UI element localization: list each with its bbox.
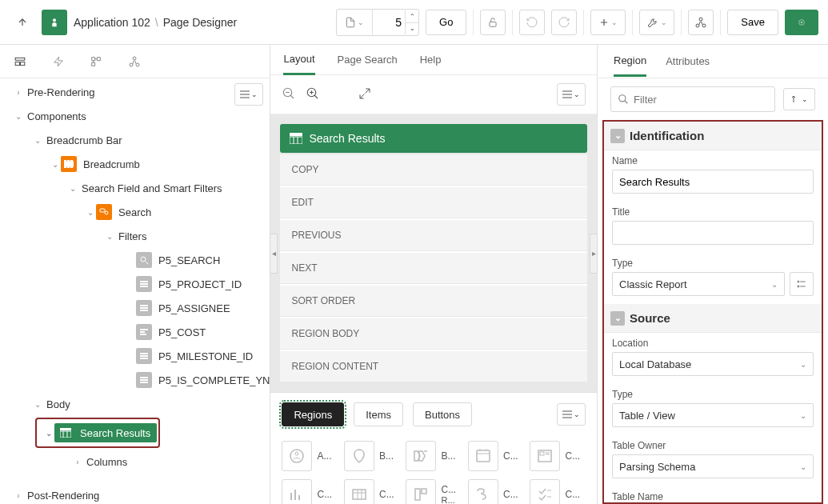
expand-icon[interactable]: [358, 87, 371, 102]
svg-point-19: [141, 257, 146, 262]
page-up-stepper[interactable]: ⌃: [406, 10, 418, 22]
help-tab[interactable]: Help: [420, 46, 442, 74]
svg-rect-74: [415, 489, 420, 500]
run-button[interactable]: [785, 10, 818, 35]
tree-p5-search[interactable]: P5_SEARCH: [0, 248, 270, 272]
gallery-item[interactable]: C...: [468, 479, 524, 504]
gallery-item[interactable]: A...: [282, 441, 338, 471]
region-header[interactable]: Search Results: [280, 124, 587, 153]
go-button[interactable]: Go: [426, 10, 466, 35]
right-tabs: Region Attributes: [598, 45, 828, 78]
save-button[interactable]: Save: [727, 10, 778, 35]
gallery-menu-button[interactable]: ⌄: [557, 403, 586, 426]
source-type-select[interactable]: Table / View⌄: [612, 403, 814, 427]
attributes-tab[interactable]: Attributes: [666, 47, 710, 75]
add-icon[interactable]: ⌄: [590, 10, 626, 35]
filter-input[interactable]: [634, 94, 768, 106]
page-search-tab[interactable]: Page Search: [338, 46, 398, 74]
source-section[interactable]: ⌄ Source: [604, 304, 822, 333]
collapse-icon: ⌄: [610, 311, 625, 326]
breadcrumb-app[interactable]: Application 102: [74, 16, 150, 29]
tree-body[interactable]: ⌄Body: [0, 392, 270, 416]
tree-filters[interactable]: ⌄Filters: [0, 224, 270, 248]
utilities-icon[interactable]: ⌄: [639, 10, 674, 35]
region-slot[interactable]: COPY: [280, 154, 587, 186]
page-number-group: ⌄ ⌃ ⌄: [336, 9, 419, 36]
type-options-button[interactable]: [790, 272, 814, 296]
splitter-left[interactable]: ◂: [270, 234, 278, 274]
tree-post-rendering[interactable]: ›Post-Rendering: [0, 483, 270, 504]
page-down-stepper[interactable]: ⌄: [406, 22, 418, 34]
zoom-in-icon[interactable]: [306, 86, 320, 103]
svg-point-2: [696, 24, 699, 27]
tree-search-field-smart[interactable]: ⌄Search Field and Smart Filters: [0, 176, 270, 200]
filter-menu-button[interactable]: ⌄: [783, 88, 815, 110]
gallery-tabs: Regions Items Buttons ⌄: [270, 392, 597, 436]
tree-p5-milestone-id[interactable]: P5_MILESTONE_ID: [0, 344, 270, 368]
shared-tab-icon[interactable]: [128, 55, 141, 68]
location-select[interactable]: Local Database⌄: [612, 352, 814, 376]
tree-search[interactable]: ⌄Search: [0, 200, 270, 224]
shared-components-icon[interactable]: [688, 10, 714, 35]
gallery-item[interactable]: C...R...: [406, 479, 462, 504]
gallery-item[interactable]: C...: [282, 479, 338, 504]
source-type-field: Type Table / View⌄: [604, 384, 822, 435]
svg-rect-30: [140, 353, 148, 354]
tree-breadcrumb[interactable]: ⌄Breadcrumb: [0, 152, 270, 176]
title-input[interactable]: [612, 221, 814, 245]
svg-line-41: [291, 95, 294, 98]
name-input[interactable]: [612, 170, 814, 194]
svg-point-57: [290, 450, 303, 462]
region-slot[interactable]: REGION CONTENT: [280, 351, 587, 382]
gallery-item[interactable]: C...: [530, 441, 586, 471]
tree-p5-assignee[interactable]: P5_ASSIGNEE: [0, 296, 270, 320]
tree-components[interactable]: ⌄Components: [0, 104, 270, 128]
undo-icon[interactable]: [519, 10, 545, 35]
gallery-items-tab[interactable]: Items: [354, 402, 403, 426]
tree-p5-cost[interactable]: P5_COST: [0, 320, 270, 344]
layout-menu-button[interactable]: ⌄: [557, 83, 586, 106]
tree-p5-project-id[interactable]: P5_PROJECT_ID: [0, 272, 270, 296]
svg-rect-9: [21, 62, 25, 65]
top-toolbar: Application 102 \ Page Designer ⌄ ⌃ ⌄ Go…: [0, 0, 828, 45]
svg-point-4: [699, 18, 702, 21]
gallery-regions-tab[interactable]: Regions: [282, 402, 344, 426]
splitter-right[interactable]: ▸: [590, 234, 598, 274]
gallery-item[interactable]: C...: [344, 479, 400, 504]
redo-icon[interactable]: [551, 10, 577, 35]
gallery-item[interactable]: C...: [530, 479, 586, 504]
gallery-grid: A...B...B...C...C...C...C...C...R...C...…: [270, 436, 597, 504]
processing-tab-icon[interactable]: [90, 55, 102, 68]
tree-search-results[interactable]: ⌄ Search Results: [38, 421, 157, 445]
property-editor: ⌄ Identification Name Title Type Classic…: [602, 120, 823, 504]
region-slot[interactable]: NEXT: [280, 253, 587, 284]
zoom-out-icon[interactable]: [282, 86, 296, 103]
region-slot[interactable]: EDIT: [280, 187, 587, 218]
property-filter-bar: ⌄: [598, 78, 828, 120]
identification-section[interactable]: ⌄ Identification: [604, 122, 822, 150]
up-arrow-icon[interactable]: [10, 10, 35, 35]
layout-tab[interactable]: Layout: [283, 45, 314, 75]
region-tab[interactable]: Region: [614, 46, 646, 77]
region-slot[interactable]: SORT ORDER: [280, 286, 587, 317]
lock-icon[interactable]: [480, 10, 506, 35]
tree-pre-rendering[interactable]: ›Pre-Rendering: [0, 80, 270, 104]
table-owner-select[interactable]: Parsing Schema⌄: [612, 454, 814, 478]
tree-columns[interactable]: ›Columns: [0, 450, 270, 474]
filter-input-wrapper: [610, 86, 775, 112]
page-file-icon[interactable]: ⌄: [337, 10, 373, 35]
gallery-item[interactable]: C...: [468, 441, 524, 471]
region-slot[interactable]: REGION BODY: [280, 318, 587, 350]
dynamic-actions-tab-icon[interactable]: [53, 55, 64, 68]
rendering-tab-icon[interactable]: [13, 56, 27, 67]
gallery-buttons-tab[interactable]: Buttons: [413, 402, 472, 426]
page-number-input[interactable]: [373, 11, 405, 34]
tree-p5-is-complete[interactable]: P5_IS_COMPLETE_YN: [0, 368, 270, 392]
gallery-item[interactable]: B...: [344, 441, 400, 471]
type-select[interactable]: Classic Report⌄: [612, 272, 785, 296]
app-badge-icon[interactable]: [42, 10, 67, 35]
svg-marker-10: [54, 57, 63, 66]
gallery-item[interactable]: B...: [406, 441, 462, 471]
tree-breadcrumb-bar[interactable]: ⌄Breadcrumb Bar: [0, 128, 270, 152]
region-slot[interactable]: PREVIOUS: [280, 220, 587, 251]
